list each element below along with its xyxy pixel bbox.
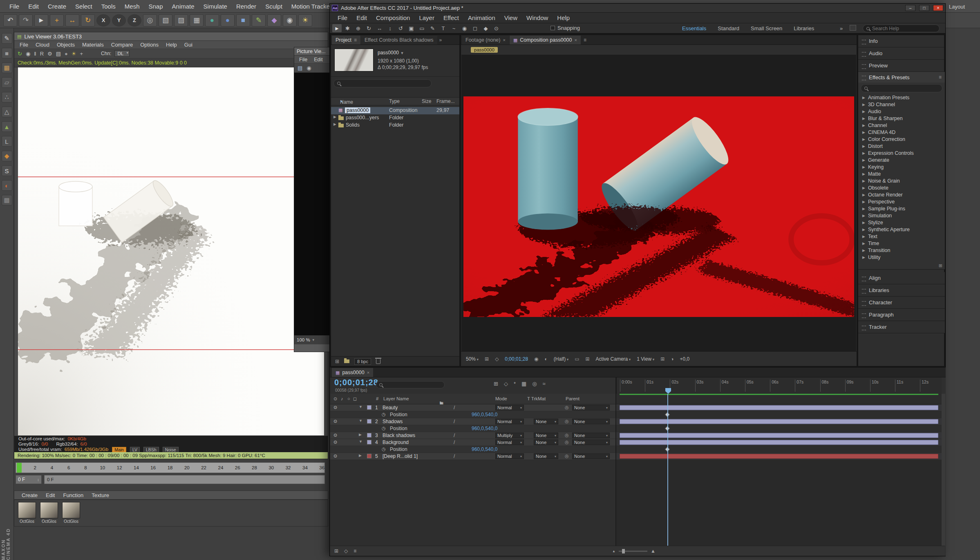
- ae-menu-item[interactable]: Window: [522, 14, 553, 21]
- twirl-icon[interactable]: ▶: [862, 165, 865, 169]
- collapsed-panel-header[interactable]: Character: [858, 297, 945, 309]
- axis-z-button[interactable]: Z: [128, 14, 141, 27]
- region-render-button[interactable]: R: [40, 51, 44, 57]
- material-item[interactable]: OctGlos: [62, 502, 81, 524]
- quality-switch[interactable]: /: [454, 453, 455, 459]
- ae-menu-item[interactable]: File: [333, 14, 352, 21]
- timeline-playhead[interactable]: [17, 463, 22, 473]
- column-trkmat[interactable]: T TrkMat: [527, 396, 546, 401]
- exposure-icon[interactable]: ◑: [671, 356, 673, 362]
- layout-selector[interactable]: Layout: [949, 4, 965, 10]
- track-matte-dropdown[interactable]: None▾: [534, 433, 558, 438]
- workspace-overflow-button[interactable]: »: [840, 25, 843, 31]
- solo-column-icon[interactable]: ○: [347, 396, 350, 401]
- zoom-out-icon[interactable]: ▲: [612, 549, 615, 553]
- property-row-position[interactable]: ◷ Position 960,0,540,0: [330, 411, 615, 418]
- hand-tool-icon[interactable]: ✱: [343, 24, 352, 32]
- material-picker-icon[interactable]: ●: [65, 51, 68, 57]
- twirl-icon[interactable]: ▼: [359, 419, 362, 423]
- camera-dropdown[interactable]: Active Camera: [596, 356, 631, 362]
- twirl-icon[interactable]: ▶: [862, 193, 865, 197]
- twirl-icon[interactable]: ▶: [359, 433, 362, 437]
- workspace-small-screen[interactable]: Small Screen: [751, 25, 782, 31]
- minimize-button[interactable]: –: [905, 5, 915, 11]
- comp-mini-flowchart-icon[interactable]: ⊞: [494, 381, 498, 387]
- live-viewer-render-viewport[interactable]: [18, 67, 324, 435]
- live-viewer-menu-item[interactable]: File: [16, 42, 32, 48]
- ae-menu-item[interactable]: Effect: [439, 14, 463, 21]
- layer-row-background[interactable]: ⊙ ▼ 4 Background / Normal▾ None▾ ◎ None▾: [330, 439, 615, 446]
- render-to-picture-viewer-icon[interactable]: ▨: [174, 14, 188, 27]
- effects-category[interactable]: ▶ Distort: [858, 143, 945, 149]
- collapsed-panel-header[interactable]: Info: [858, 35, 944, 47]
- item-name[interactable]: Solids: [346, 122, 360, 128]
- tab-effect-controls[interactable]: Effect Controls Black shadows: [361, 36, 437, 45]
- current-time-display[interactable]: 0;00;01;28: [334, 378, 378, 387]
- effects-category[interactable]: ▶ Expression Controls: [858, 149, 945, 156]
- effects-category[interactable]: ▶ Stylize: [858, 219, 945, 226]
- workspace-standard[interactable]: Standard: [718, 25, 739, 31]
- track-matte-dropdown[interactable]: None▾: [534, 453, 558, 459]
- twirl-icon[interactable]: ▶: [862, 221, 865, 225]
- twirl-icon[interactable]: ▶: [333, 115, 336, 119]
- close-tab-icon[interactable]: ×: [367, 370, 369, 375]
- c4d-menu-item[interactable]: Select: [71, 3, 97, 10]
- parent-dropdown[interactable]: None▾: [572, 419, 610, 424]
- zoom-in-icon[interactable]: ▲: [651, 548, 656, 554]
- lock-column-icon[interactable]: ◻: [353, 396, 357, 402]
- twirl-icon[interactable]: ▶: [862, 96, 865, 100]
- panel-menu-icon[interactable]: ≡: [354, 37, 357, 43]
- settings-gear-icon[interactable]: ⚙: [47, 51, 52, 57]
- twirl-icon[interactable]: ▶: [862, 248, 865, 252]
- ae-menu-item[interactable]: Edit: [352, 14, 371, 21]
- frame-blend-icon[interactable]: ▦: [521, 381, 526, 387]
- twirl-icon[interactable]: ▶: [862, 123, 865, 127]
- tab-timeline-comp[interactable]: ▦ pass0000 ×: [332, 368, 373, 377]
- ae-menu-item[interactable]: Layer: [414, 14, 439, 21]
- effects-search-field[interactable]: [861, 84, 942, 92]
- collapsed-panel-header[interactable]: Audio: [858, 47, 944, 60]
- ae-menu-item[interactable]: Composition: [371, 14, 414, 21]
- effects-category[interactable]: ▶ Noise & Grain: [858, 177, 945, 184]
- parent-pickwhip-icon[interactable]: ◎: [565, 405, 569, 410]
- live-viewer-titlebar[interactable]: ▤ Live Viewer 3.06-TEST3: [14, 32, 328, 41]
- project-search-field[interactable]: [333, 79, 432, 87]
- twirl-icon[interactable]: ▶: [862, 214, 865, 218]
- quality-switch[interactable]: /: [454, 405, 455, 411]
- property-name[interactable]: Position: [390, 412, 407, 417]
- orbit-camera-tool-icon[interactable]: ↻: [364, 24, 374, 32]
- project-row-folder[interactable]: ▶ pass000...yers Folder: [331, 114, 459, 122]
- rotate-tool-icon[interactable]: ↻: [81, 14, 95, 27]
- subdivision-surface-icon[interactable]: ◆: [267, 14, 281, 27]
- twirl-icon[interactable]: ▶: [862, 151, 865, 155]
- close-tab-icon[interactable]: ×: [503, 38, 505, 42]
- help-search-input[interactable]: [872, 26, 929, 31]
- effects-category[interactable]: ▶ CINEMA 4D: [858, 129, 945, 136]
- blend-mode-dropdown[interactable]: Multiply▾: [495, 433, 524, 438]
- column-parent[interactable]: Parent: [566, 396, 579, 401]
- track-matte-dropdown[interactable]: None▾: [534, 440, 558, 445]
- column-type[interactable]: Type: [389, 98, 400, 104]
- effects-category[interactable]: ▶ Blur & Sharpen: [858, 115, 945, 122]
- column-number[interactable]: #: [376, 396, 378, 401]
- film-icon[interactable]: ▤: [56, 51, 61, 57]
- parent-dropdown[interactable]: None▾: [572, 405, 610, 411]
- material-thumbnail[interactable]: [18, 502, 36, 518]
- tab-project[interactable]: Project≡: [332, 36, 360, 45]
- effects-category[interactable]: ▶ Matte: [858, 170, 945, 177]
- resolution-dropdown[interactable]: (Half): [554, 356, 568, 362]
- stopwatch-icon[interactable]: ◷: [382, 426, 386, 431]
- twirl-icon[interactable]: ▶: [862, 179, 865, 183]
- refresh-render-icon[interactable]: ↻: [18, 51, 22, 57]
- blend-mode-dropdown[interactable]: Normal▾: [495, 440, 524, 445]
- axis-x-button[interactable]: X: [96, 14, 110, 27]
- label-swatch[interactable]: [367, 433, 371, 437]
- twirl-icon[interactable]: ▶: [862, 234, 865, 239]
- live-viewer-menu-item[interactable]: Options: [136, 42, 162, 48]
- effects-category[interactable]: ▶ Perspective: [858, 198, 945, 205]
- transparency-grid-icon[interactable]: ⊞: [586, 356, 590, 362]
- effects-category[interactable]: ▶ 3D Channel: [858, 101, 945, 108]
- property-name[interactable]: Position: [390, 446, 407, 452]
- lv-pass-button[interactable]: LV: [130, 447, 140, 453]
- compare-icon[interactable]: ◉: [307, 65, 311, 71]
